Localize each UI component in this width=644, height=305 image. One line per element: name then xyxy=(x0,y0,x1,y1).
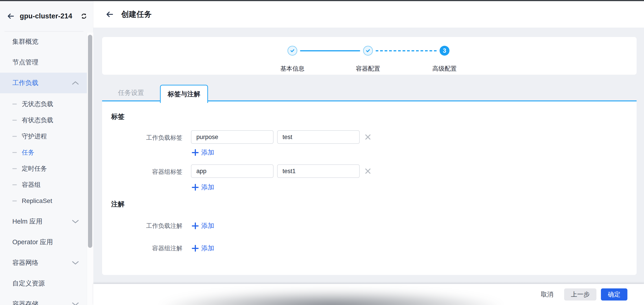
add-link-label: 添加 xyxy=(201,148,214,157)
dash-icon xyxy=(12,201,17,201)
dash-icon xyxy=(12,168,17,169)
step-3-current-badge: 3 xyxy=(440,46,450,56)
dash-icon xyxy=(12,120,17,121)
add-workload-label-link[interactable]: 添加 xyxy=(192,148,214,157)
sidebar-item-node-management[interactable]: 节点管理 xyxy=(0,52,87,73)
cluster-title: gpu-cluster-214 xyxy=(20,12,80,20)
sidebar-item-workloads[interactable]: 工作负载 xyxy=(0,73,87,93)
sidebar-item-label: Helm 应用 xyxy=(12,217,42,226)
workload-labels-field-label: 工作负载标签 xyxy=(102,134,182,142)
dash-icon xyxy=(12,184,17,185)
tab-bar: 任务设置 标签与注解 xyxy=(102,85,636,101)
sidebar-item-label: 容器网络 xyxy=(12,258,38,267)
workload-annotations-field-label: 工作负载注解 xyxy=(102,222,182,230)
remove-workload-label-icon[interactable] xyxy=(364,133,372,141)
pod-label-key-input[interactable] xyxy=(191,164,274,178)
plus-icon xyxy=(192,184,198,191)
add-link-label: 添加 xyxy=(201,221,214,230)
tab-label: 任务设置 xyxy=(118,88,144,97)
add-link-label: 添加 xyxy=(201,183,214,192)
sidebar-item-label: Operator 应用 xyxy=(12,238,53,247)
pod-label-value-input[interactable] xyxy=(277,164,360,178)
workload-label-key-input[interactable] xyxy=(191,130,274,144)
page-body: 3 基本信息 容器配置 高级配置 任务设置 标签与注解 标签 xyxy=(93,27,644,284)
sidebar-scrollbar-track xyxy=(87,32,93,305)
wizard-stepper: 3 基本信息 容器配置 高级配置 xyxy=(288,46,454,70)
back-icon[interactable] xyxy=(7,12,14,20)
sidebar-scrollbar-thumb[interactable] xyxy=(88,35,92,248)
sidebar-item-daemonsets[interactable]: 守护进程 xyxy=(0,128,87,144)
stepper-connector-dashed xyxy=(376,50,437,51)
previous-step-button[interactable]: 上一步 xyxy=(564,289,596,301)
chevron-down-icon xyxy=(72,220,79,224)
add-link-label: 添加 xyxy=(201,244,214,253)
wizard-footer: 取消 上一步 确定 xyxy=(93,284,644,305)
sidebar-item-label: 自定义资源 xyxy=(12,279,45,288)
step-2-label: 容器配置 xyxy=(343,65,393,73)
dash-icon xyxy=(12,104,17,104)
stepper-connector-solid xyxy=(300,50,360,51)
step-1-done-icon[interactable] xyxy=(288,46,297,56)
step-number: 3 xyxy=(443,47,446,54)
sidebar-item-label: 集群概览 xyxy=(12,37,38,46)
tab-labels-annotations[interactable]: 标签与注解 xyxy=(160,85,208,103)
bottom-shadow xyxy=(161,290,502,305)
cancel-button[interactable]: 取消 xyxy=(541,289,553,301)
sidebar-item-jobs[interactable]: 任务 xyxy=(0,144,87,161)
sidebar-item-label: 有状态负载 xyxy=(22,116,53,124)
step-2-done-icon[interactable] xyxy=(363,46,373,56)
add-pod-annotation-link[interactable]: 添加 xyxy=(192,244,214,253)
sidebar-item-cronjobs[interactable]: 定时任务 xyxy=(0,161,87,177)
chevron-up-icon xyxy=(72,81,79,85)
sidebar-item-label: 无状态负载 xyxy=(22,100,53,108)
remove-pod-label-icon[interactable] xyxy=(364,167,372,175)
sidebar-item-label: 节点管理 xyxy=(12,58,38,67)
confirm-button[interactable]: 确定 xyxy=(601,289,628,301)
sidebar-item-pods[interactable]: 容器组 xyxy=(0,177,87,193)
stepper-card: 3 基本信息 容器配置 高级配置 xyxy=(102,37,636,75)
sidebar-item-label: 守护进程 xyxy=(22,132,47,141)
labels-annotations-form: 标签 工作负载标签 添加 容器组标签 添加 注 xyxy=(102,101,636,275)
chevron-down-icon xyxy=(72,261,79,265)
sidebar-menu: 集群概览 节点管理 工作负载 无状态负载 有状态负载 守护进程 xyxy=(0,31,87,305)
labels-section-title: 标签 xyxy=(111,112,124,121)
sidebar-item-cluster-overview[interactable]: 集群概览 xyxy=(0,31,87,52)
chevron-down-icon xyxy=(72,302,79,305)
sidebar-item-label: 定时任务 xyxy=(22,164,47,173)
plus-icon xyxy=(192,149,198,156)
window-top-strip xyxy=(0,0,644,1)
step-1-label: 基本信息 xyxy=(268,65,317,73)
sidebar-item-label: 工作负载 xyxy=(12,78,38,87)
dash-icon xyxy=(12,152,17,153)
workload-label-value-input[interactable] xyxy=(277,130,360,144)
annotations-section-title: 注解 xyxy=(111,200,124,209)
sidebar-item-operator-apps[interactable]: Operator 应用 xyxy=(0,232,87,253)
sidebar-header: gpu-cluster-214 xyxy=(0,1,93,31)
add-workload-annotation-link[interactable]: 添加 xyxy=(192,221,214,230)
sidebar-item-deployments[interactable]: 无状态负载 xyxy=(0,96,87,112)
switch-cluster-icon[interactable] xyxy=(80,12,88,20)
tab-job-settings[interactable]: 任务设置 xyxy=(102,85,160,101)
sidebar-item-label: 容器组 xyxy=(22,181,40,189)
sidebar-item-label: ReplicaSet xyxy=(22,197,52,205)
step-3-label: 高级配置 xyxy=(420,65,469,73)
sidebar-item-statefulsets[interactable]: 有状态负载 xyxy=(0,112,87,128)
dash-icon xyxy=(12,136,17,137)
back-icon[interactable] xyxy=(106,10,114,18)
pod-labels-field-label: 容器组标签 xyxy=(102,168,182,176)
page-header: 创建任务 xyxy=(93,1,644,27)
plus-icon xyxy=(192,245,198,252)
sidebar-item-container-network[interactable]: 容器网络 xyxy=(0,253,87,273)
sidebar-item-label: 容器存储 xyxy=(12,300,38,305)
main-area: 创建任务 3 基本信息 容器配置 xyxy=(93,1,644,305)
tab-label: 标签与注解 xyxy=(168,90,200,99)
page-title: 创建任务 xyxy=(121,9,152,19)
sidebar-item-helm-apps[interactable]: Helm 应用 xyxy=(0,211,87,232)
plus-icon xyxy=(192,223,198,229)
sidebar-item-replicaset[interactable]: ReplicaSet xyxy=(0,193,87,209)
add-pod-label-link[interactable]: 添加 xyxy=(192,183,214,192)
sidebar-item-custom-resources[interactable]: 自定义资源 xyxy=(0,273,87,294)
sidebar-item-container-storage[interactable]: 容器存储 xyxy=(0,294,87,305)
sidebar: gpu-cluster-214 集群概览 节点管理 工作负载 xyxy=(0,1,93,305)
pod-annotations-field-label: 容器组注解 xyxy=(102,244,182,252)
